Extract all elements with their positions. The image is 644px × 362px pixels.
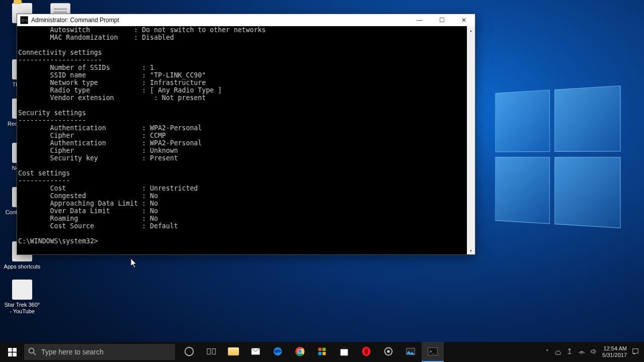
clock-time: 12:54 AM <box>602 345 627 352</box>
tray-chevron-icon[interactable]: ˄ <box>546 349 549 355</box>
taskbar-file-explorer-icon[interactable] <box>222 342 245 362</box>
taskbar-cmd-icon[interactable]: >_ <box>422 342 444 362</box>
taskbar-ms-store-icon[interactable] <box>311 342 333 362</box>
taskbar-store-bag-icon[interactable] <box>333 342 355 362</box>
cortana-icon[interactable] <box>178 342 200 362</box>
scroll-down-icon[interactable]: ▾ <box>467 246 475 254</box>
desktop-icon-star-trek[interactable]: Star Trek 360° - YouTube <box>3 280 41 315</box>
desktop-icon-label: Star Trek 360° - YouTube <box>3 302 41 315</box>
taskbar-task-view-icon[interactable] <box>200 342 222 362</box>
svg-rect-29 <box>633 349 638 353</box>
svg-rect-2 <box>8 352 12 356</box>
svg-rect-3 <box>13 352 17 356</box>
scrollbar[interactable]: ▴▾ <box>467 26 475 254</box>
titlebar[interactable]: C:\ Administrator: Command Prompt ― ☐ ✕ <box>17 14 475 26</box>
star-trek-icon <box>12 280 32 300</box>
svg-rect-17 <box>323 348 326 351</box>
taskbar[interactable]: Type here to search >_ ˄ 12:54 AM 5/31/2… <box>0 342 644 362</box>
desktop-icon-label: Apps shortcuts <box>3 263 41 270</box>
mouse-cursor-icon <box>131 258 138 268</box>
taskbar-edge-icon[interactable] <box>267 342 289 362</box>
svg-rect-7 <box>207 349 210 354</box>
taskbar-chrome-icon[interactable] <box>289 342 311 362</box>
maximize-button[interactable]: ☐ <box>431 14 453 26</box>
svg-rect-16 <box>318 348 321 351</box>
desktop[interactable]: tigerThis PCRecycle BinNetworkControl Pa… <box>0 0 644 362</box>
window-title: Administrator: Command Prompt <box>31 17 409 24</box>
clock-date: 5/31/2017 <box>602 352 627 358</box>
search-icon <box>28 347 36 357</box>
clock[interactable]: 12:54 AM 5/31/2017 <box>602 345 627 358</box>
notifications-icon[interactable] <box>632 348 639 356</box>
svg-point-24 <box>387 350 390 353</box>
cloud-icon[interactable] <box>554 348 561 356</box>
taskbar-photo-viewer-icon[interactable] <box>399 342 422 362</box>
taskbar-opera-icon[interactable] <box>355 342 377 362</box>
usb-icon[interactable] <box>566 348 573 356</box>
svg-rect-20 <box>341 349 348 355</box>
svg-text:>_: >_ <box>430 349 435 354</box>
svg-point-4 <box>29 348 34 353</box>
svg-rect-1 <box>13 348 17 352</box>
taskbar-settings-icon[interactable] <box>377 342 399 362</box>
terminal-output[interactable]: Autoswitch : Do not switch to other netw… <box>17 26 475 254</box>
scroll-up-icon[interactable]: ▴ <box>467 26 475 34</box>
system-tray[interactable]: ˄ 12:54 AM 5/31/2017 <box>541 345 644 358</box>
windows-logo-wallpaper <box>495 85 620 228</box>
taskbar-mail-icon[interactable] <box>245 342 267 362</box>
svg-rect-8 <box>212 349 215 354</box>
svg-point-15 <box>298 349 301 353</box>
search-input[interactable]: Type here to search <box>24 344 175 360</box>
svg-line-5 <box>34 352 36 355</box>
close-button[interactable]: ✕ <box>453 14 475 26</box>
start-button[interactable] <box>0 342 24 362</box>
cmd-window[interactable]: C:\ Administrator: Command Prompt ― ☐ ✕ … <box>17 14 475 255</box>
svg-point-28 <box>581 353 582 354</box>
svg-point-6 <box>185 347 194 356</box>
svg-rect-18 <box>318 352 321 355</box>
minimize-button[interactable]: ― <box>409 14 431 26</box>
cmd-app-icon: C:\ <box>20 16 28 24</box>
svg-point-22 <box>364 348 368 355</box>
network-tray-icon[interactable] <box>578 348 585 356</box>
volume-icon[interactable] <box>590 348 597 356</box>
svg-rect-0 <box>8 348 12 352</box>
svg-rect-19 <box>323 352 326 355</box>
search-placeholder: Type here to search <box>41 348 104 356</box>
